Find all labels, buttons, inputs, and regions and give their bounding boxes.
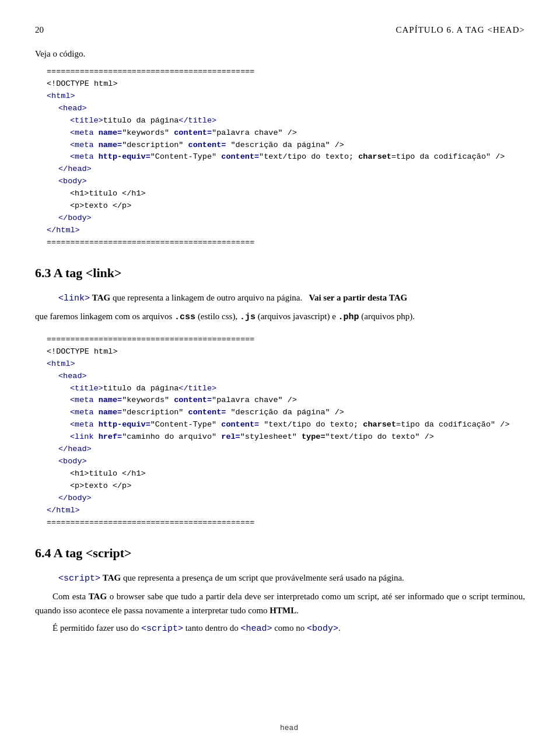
section-64-number: 6.4 xyxy=(35,546,51,560)
section-64-heading: 6.4 A tag <script> xyxy=(35,543,525,563)
section-63-para1: <link> TAG que representa a linkagem de … xyxy=(58,291,525,306)
divider-bottom-1: ========================================… xyxy=(47,237,525,249)
intro-text: Veja o código. xyxy=(35,47,525,61)
section-64-para2: Com esta TAG o browser sabe que tudo a p… xyxy=(35,589,525,617)
section-63-title: A tag <link> xyxy=(54,266,122,280)
divider-top-1: ========================================… xyxy=(47,66,525,78)
chapter-title: CAPÍTULO 6. A TAG <HEAD> xyxy=(396,23,525,37)
section-63-number: 6.3 xyxy=(35,266,51,280)
section-63-heading: 6.3 A tag <link> xyxy=(35,263,525,282)
code-block-2: ========================================… xyxy=(47,334,525,529)
page-number: 20 xyxy=(35,23,44,37)
section-64-title: A tag <script> xyxy=(54,546,132,560)
section-64-para1: <script> TAG que representa a presença d… xyxy=(58,571,525,586)
code-block-1: ========================================… xyxy=(47,66,525,249)
section-64-para3: É permitido fazer uso do <script> tanto … xyxy=(35,621,525,636)
section-63-para2: que faremos linkagem com os arquivos .cs… xyxy=(35,309,525,324)
